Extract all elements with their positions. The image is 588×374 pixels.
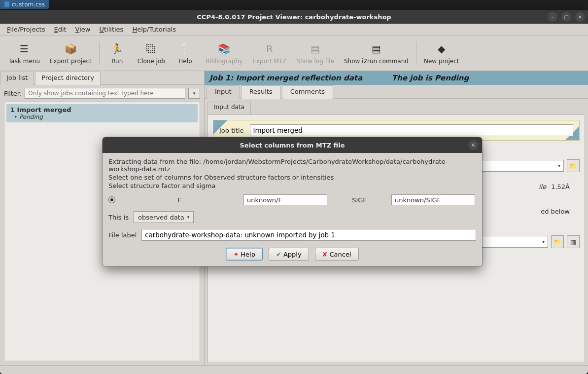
tab-input[interactable]: Input xyxy=(207,85,240,99)
job-title-label: Job title xyxy=(219,127,244,134)
chevron-down-icon: ▾ xyxy=(558,163,560,168)
export-mtz-button: RExport MTZ xyxy=(248,37,291,69)
file-label-label: File label xyxy=(108,231,137,239)
menu-edit[interactable]: Edit xyxy=(50,25,70,34)
bibliography-button: 📚Bibliography xyxy=(201,37,247,69)
maximize-button[interactable]: ▢ xyxy=(561,12,571,22)
menubar: File/Projects Edit View Utilities Help/T… xyxy=(0,24,588,36)
tab-comments[interactable]: Comments xyxy=(282,85,333,99)
resolution-value: 1.52Å xyxy=(551,183,570,190)
dialog-text-line: Select one set of columns for Observed s… xyxy=(108,174,476,181)
columns-icon: ▥ xyxy=(570,238,576,246)
tab-results[interactable]: Results xyxy=(241,85,281,99)
help-button[interactable]: ❔Help xyxy=(171,37,200,69)
clone-job-button[interactable]: ⿻Clone job xyxy=(133,37,170,69)
log-icon: ▤ xyxy=(309,42,322,56)
resolution-row: ile 1.52Å xyxy=(539,183,570,190)
column-set-radio[interactable] xyxy=(108,196,115,203)
browse-file-button[interactable]: 📁 xyxy=(567,159,580,172)
menu-view[interactable]: View xyxy=(71,25,95,34)
minimize-button[interactable]: – xyxy=(548,12,557,22)
tab-job-list[interactable]: Job list xyxy=(0,72,34,85)
file-label-input[interactable] xyxy=(141,229,476,241)
command-icon: ▤ xyxy=(369,42,383,56)
cancel-button[interactable]: ✘Cancel xyxy=(315,248,359,261)
job-title-input[interactable] xyxy=(250,124,573,136)
chevron-down-icon: ▾ xyxy=(542,239,545,244)
dialog-close-button[interactable]: ✕ xyxy=(468,140,478,150)
export-project-button[interactable]: 📦Export project xyxy=(45,37,96,69)
book-icon: 📚 xyxy=(217,42,231,56)
export-icon: 📦 xyxy=(64,42,77,56)
titlebar[interactable]: CCP4-8.0.017 Project Viewer: carbohydrat… xyxy=(0,10,588,24)
cancel-icon: ✘ xyxy=(322,251,328,258)
background-tab-label: custom.css xyxy=(12,1,45,8)
background-editor-tab: custom.css xyxy=(0,0,49,9)
check-icon: ✔ xyxy=(276,251,281,258)
job-header: Job 1: Import merged reflection data The… xyxy=(205,71,588,85)
statusbar xyxy=(0,365,588,374)
column-f-field[interactable]: unknown/F xyxy=(243,194,327,205)
dialog-title: Select columns from MTZ file xyxy=(240,142,345,149)
chevron-down-icon: ▾ xyxy=(193,91,196,96)
chevron-down-icon: ▾ xyxy=(187,215,190,220)
help-icon: ❔ xyxy=(178,42,192,56)
mtz-icon: R xyxy=(263,42,277,56)
select-columns-dialog: Select columns from MTZ file ✕ Extractin… xyxy=(103,137,482,266)
folder-icon: 📁 xyxy=(569,162,577,170)
menu-file[interactable]: File/Projects xyxy=(3,25,49,34)
job-header-title: Job 1: Import merged reflection data xyxy=(209,74,362,82)
help-button[interactable]: ✦Help xyxy=(226,248,263,261)
run-button[interactable]: 🏃Run xyxy=(103,37,132,69)
job-header-status: The job is Pending xyxy=(392,74,469,82)
apply-button[interactable]: ✔Apply xyxy=(269,248,309,261)
filter-label: Filter: xyxy=(4,90,22,97)
toolbar-separator xyxy=(99,41,100,65)
data-type-select[interactable]: observed data▾ xyxy=(134,211,194,223)
this-is-label: This is xyxy=(108,214,129,221)
note-text: ed below xyxy=(541,208,570,215)
new-project-icon: ◆ xyxy=(435,42,449,56)
window-title: CCP4-8.0.017 Project Viewer: carbohydrat… xyxy=(197,13,391,21)
column-f-label: F xyxy=(120,196,239,204)
close-button[interactable]: ✕ xyxy=(575,12,585,22)
job-list-item[interactable]: 1 Import merged Pending xyxy=(6,104,198,122)
menu-utilities[interactable]: Utilities xyxy=(95,25,127,34)
help-icon: ✦ xyxy=(233,251,239,258)
job-item-title: 1 Import merged xyxy=(10,106,194,113)
filter-input[interactable] xyxy=(25,88,185,99)
toolbar: ☰Task menu 📦Export project 🏃Run ⿻Clone j… xyxy=(0,36,588,71)
resolution-label: ile xyxy=(539,183,546,190)
task-menu-button[interactable]: ☰Task menu xyxy=(4,37,44,69)
show-i2run-button[interactable]: ▤Show i2run command xyxy=(340,37,413,69)
columns-button[interactable]: ▥ xyxy=(567,235,580,248)
dialog-text-line: Select structure factor and sigma xyxy=(108,182,476,189)
show-log-button: ▤Show log file xyxy=(292,37,339,69)
clone-icon: ⿻ xyxy=(144,42,158,56)
dialog-titlebar[interactable]: Select columns from MTZ file ✕ xyxy=(103,137,482,153)
list-icon: ☰ xyxy=(17,42,31,56)
tab-project-directory[interactable]: Project directory xyxy=(35,72,101,85)
column-sigf-label: SIGF xyxy=(332,196,386,204)
column-sigf-field[interactable]: unknown/SIGF xyxy=(391,194,475,205)
run-icon: 🏃 xyxy=(110,42,124,56)
tab-input-data[interactable]: Input data xyxy=(208,102,251,114)
toolbar-separator xyxy=(416,41,416,65)
dialog-text-line: Extracting data from the file: /home/jor… xyxy=(108,158,476,173)
filter-dropdown-button[interactable]: ▾ xyxy=(188,88,200,99)
browse-freer-button[interactable]: 📁 xyxy=(551,235,564,248)
new-project-button[interactable]: ◆New project xyxy=(419,37,464,69)
file-icon xyxy=(4,1,10,8)
menu-help[interactable]: Help/Tutorials xyxy=(128,25,180,34)
folder-icon: 📁 xyxy=(553,238,561,246)
job-item-status: Pending xyxy=(10,113,194,120)
